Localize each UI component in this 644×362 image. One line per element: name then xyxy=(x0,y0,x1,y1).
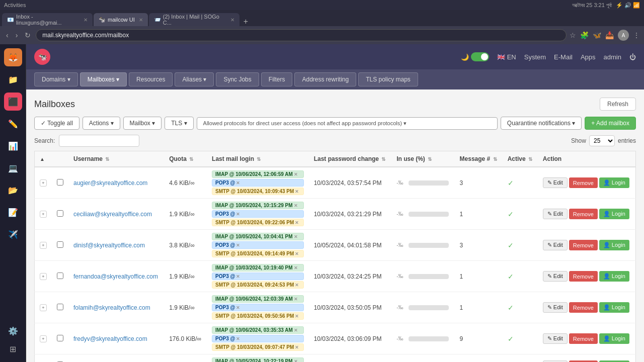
dark-mode-toggle[interactable]: 🌙 xyxy=(461,52,489,61)
sidebar-icon-terminal[interactable]: ⬛ xyxy=(4,93,22,111)
edit-button[interactable]: ✎ Edit xyxy=(543,302,568,313)
nav-address-rewriting[interactable]: Address rewriting xyxy=(294,72,356,86)
back-button[interactable]: ‹ xyxy=(4,30,11,40)
edit-button[interactable]: ✎ Edit xyxy=(543,333,568,344)
toggle-track[interactable] xyxy=(471,52,489,61)
main-layout: 🦊 📁 ⬛ ✏️ 📊 💻 📂 📝 ✈️ ⚙️ ⊞ 🐄 🌙 xyxy=(0,44,644,362)
tab1-close[interactable]: ✕ xyxy=(84,17,88,23)
mailbox-dropdown[interactable]: Mailbox ▾ xyxy=(123,117,162,130)
th-username[interactable]: Username ⇅ xyxy=(68,151,164,167)
extension-icon3[interactable]: 📥 xyxy=(605,31,614,39)
sidebar-icon-telegram[interactable]: ✈️ xyxy=(4,225,22,243)
add-mailbox-button[interactable]: + Add mailbox xyxy=(585,117,636,130)
nav-aliases[interactable]: Aliases ▾ xyxy=(175,72,214,86)
sidebar-icon-firefox[interactable]: 🦊 xyxy=(4,48,22,66)
row-expand-button[interactable]: + xyxy=(40,242,47,249)
login-button[interactable]: 👤 Login xyxy=(599,302,629,313)
tab3-close[interactable]: ✕ xyxy=(230,17,234,23)
refresh-button[interactable]: Refresh xyxy=(600,98,636,111)
edit-button[interactable]: ✎ Edit xyxy=(543,271,568,282)
email-menu[interactable]: E-Mail xyxy=(554,53,573,61)
remove-button[interactable]: Remove xyxy=(569,209,598,219)
row-checkbox[interactable] xyxy=(57,210,63,217)
login-button[interactable]: 👤 Login xyxy=(599,209,629,219)
show-select[interactable]: 10 25 50 100 xyxy=(589,135,615,146)
row-checkbox[interactable] xyxy=(57,179,63,186)
usage-bar-bg xyxy=(409,243,449,248)
browser-tab-3[interactable]: 📨 (2) Inbox | Mail | SOGo C... ✕ xyxy=(149,13,239,26)
sidebar-icon-apps-grid[interactable]: ⊞ xyxy=(4,340,22,358)
row-expand-button[interactable]: + xyxy=(40,273,47,280)
edit-button[interactable]: ✎ Edit xyxy=(543,240,568,250)
row-expand-button[interactable]: + xyxy=(40,304,47,311)
th-last-pw-change[interactable]: Last password change ⇅ xyxy=(309,151,392,167)
browser-tab-1[interactable]: 📧 Inbox - linuxguns@gmai... ✕ xyxy=(2,13,93,26)
row-expand-button[interactable]: + xyxy=(40,179,47,187)
nav-resources[interactable]: Resources xyxy=(129,72,173,86)
remove-button[interactable]: Remove xyxy=(569,360,598,363)
protocol-info[interactable]: Allowed protocols for direct user access… xyxy=(197,117,498,130)
th-messages[interactable]: Message # ⇅ xyxy=(455,151,503,167)
actions-dropdown[interactable]: Actions ▾ xyxy=(83,117,120,130)
remove-button[interactable]: Remove xyxy=(569,177,598,188)
login-button[interactable]: 👤 Login xyxy=(599,360,629,363)
sidebar-icon-files[interactable]: 📂 xyxy=(4,181,22,199)
toggle-all-button[interactable]: ✓ Toggle all xyxy=(34,117,79,130)
edit-button[interactable]: ✎ Edit xyxy=(543,360,568,363)
login-button[interactable]: 👤 Login xyxy=(599,333,629,344)
row-toggle-cell: + xyxy=(35,323,52,354)
lang-selector[interactable]: 🇬🇧 EN xyxy=(497,53,516,61)
cell-last-pw-change: 10/05/2024, 04:01:58 PM xyxy=(309,230,392,261)
address-bar[interactable] xyxy=(36,29,567,41)
login-button[interactable]: 👤 Login xyxy=(599,240,629,250)
browser-tab-2[interactable]: 🐄 mailcow UI ✕ xyxy=(94,13,148,26)
tab2-close[interactable]: ✕ xyxy=(139,17,143,23)
browser-menu-icon[interactable]: ⋮ xyxy=(633,31,640,39)
nav-domains[interactable]: Domains ▾ xyxy=(34,72,78,86)
row-checkbox[interactable] xyxy=(57,335,63,341)
extension-icon2[interactable]: 🦋 xyxy=(593,31,601,39)
search-input[interactable] xyxy=(59,135,139,147)
new-tab-button[interactable]: + xyxy=(240,17,251,26)
forward-button[interactable]: › xyxy=(14,30,20,40)
login-button[interactable]: 👤 Login xyxy=(599,271,629,282)
nav-tls-policy-maps[interactable]: TLS policy maps xyxy=(358,72,418,86)
sidebar-icon-notes[interactable]: 📝 xyxy=(4,203,22,221)
activities-label[interactable]: Activities xyxy=(4,2,26,8)
system-menu[interactable]: System xyxy=(524,53,546,61)
power-icon[interactable]: ⏻ xyxy=(629,53,636,61)
sidebar-icon-settings[interactable]: ⚙️ xyxy=(4,322,22,340)
row-expand-button[interactable]: + xyxy=(40,211,47,218)
row-checkbox[interactable] xyxy=(57,241,63,248)
th-in-use[interactable]: In use (%) ⇅ xyxy=(391,151,454,167)
nav-mailboxes[interactable]: Mailboxes ▾ xyxy=(80,72,127,86)
tls-dropdown[interactable]: TLS ▾ xyxy=(165,117,193,130)
login-button[interactable]: 👤 Login xyxy=(599,177,629,188)
extension-icon1[interactable]: 🧩 xyxy=(580,31,589,39)
apps-menu[interactable]: Apps xyxy=(581,53,596,61)
bookmark-icon[interactable]: ☆ xyxy=(570,31,576,39)
th-last-mail-login[interactable]: Last mail login ⇅ xyxy=(207,151,309,167)
row-expand-button[interactable]: + xyxy=(40,335,47,342)
th-active[interactable]: Active ⇅ xyxy=(503,151,538,167)
sidebar-icon-editor[interactable]: ✏️ xyxy=(4,115,22,133)
th-quota[interactable]: Quota ⇅ xyxy=(164,151,207,167)
nav-filters[interactable]: Filters xyxy=(261,72,293,86)
sidebar-icon-code[interactable]: 💻 xyxy=(4,159,22,177)
row-checkbox[interactable] xyxy=(57,273,63,279)
quarantine-dropdown[interactable]: Quarantine notifications ▾ xyxy=(501,117,582,130)
remove-button[interactable]: Remove xyxy=(569,240,598,250)
nav-syncjobs[interactable]: Sync Jobs xyxy=(216,72,259,86)
admin-label[interactable]: admin xyxy=(604,53,621,61)
user-avatar[interactable]: A xyxy=(618,30,629,41)
row-checkbox[interactable] xyxy=(57,304,63,310)
edit-button[interactable]: ✎ Edit xyxy=(543,177,568,188)
edit-button[interactable]: ✎ Edit xyxy=(543,209,568,219)
remove-button[interactable]: Remove xyxy=(569,302,598,313)
reload-button[interactable]: ↻ xyxy=(23,30,33,40)
remove-button[interactable]: Remove xyxy=(569,333,598,344)
sidebar-icon-folder[interactable]: 📁 xyxy=(4,70,22,88)
remove-button[interactable]: Remove xyxy=(569,271,598,282)
sidebar-icon-spreadsheet[interactable]: 📊 xyxy=(4,137,22,155)
usage-bar-bg xyxy=(409,305,449,310)
